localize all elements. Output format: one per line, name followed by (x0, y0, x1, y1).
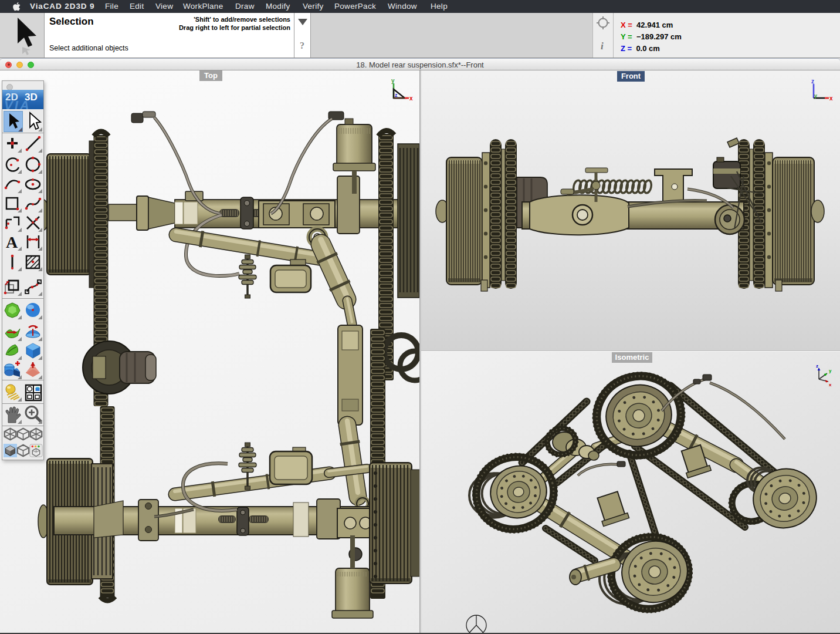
svg-text:A: A (6, 233, 18, 251)
